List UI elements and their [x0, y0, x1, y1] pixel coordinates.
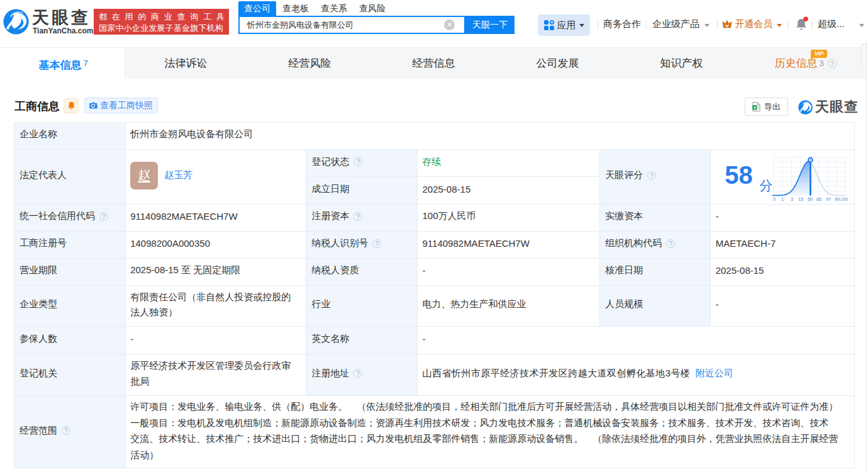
svg-text:100: 100: [840, 196, 848, 202]
svg-text:3: 3: [791, 196, 793, 202]
svg-text:99: 99: [835, 196, 840, 202]
svg-text:97: 97: [826, 196, 831, 202]
svg-text:15: 15: [798, 196, 803, 202]
svg-text:50: 50: [808, 196, 813, 202]
svg-text:0: 0: [773, 196, 776, 202]
svg-text:85: 85: [816, 196, 821, 202]
svg-text:1: 1: [781, 196, 784, 202]
